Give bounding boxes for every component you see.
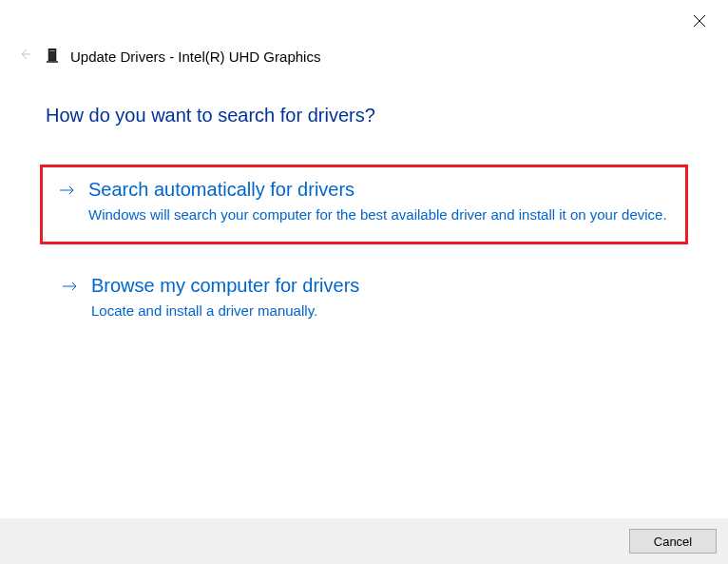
device-icon bbox=[46, 49, 61, 64]
close-icon bbox=[694, 15, 705, 27]
svg-rect-4 bbox=[47, 61, 58, 63]
page-heading: How do you want to search for drivers? bbox=[46, 105, 682, 126]
option-body: Search automatically for drivers Windows… bbox=[88, 179, 668, 224]
back-arrow-icon bbox=[18, 48, 31, 61]
footer: Cancel bbox=[0, 518, 728, 564]
option-title: Search automatically for drivers bbox=[88, 179, 668, 201]
content-area: How do you want to search for drivers? S… bbox=[46, 105, 682, 357]
option-body: Browse my computer for drivers Locate an… bbox=[91, 275, 665, 321]
header: Update Drivers - Intel(R) UHD Graphics bbox=[17, 48, 320, 65]
option-title: Browse my computer for drivers bbox=[91, 275, 665, 297]
cancel-button[interactable]: Cancel bbox=[629, 529, 717, 554]
option-search-automatically[interactable]: Search automatically for drivers Windows… bbox=[40, 165, 688, 244]
arrow-right-icon bbox=[63, 279, 78, 296]
back-button[interactable] bbox=[17, 48, 32, 65]
option-browse-computer[interactable]: Browse my computer for drivers Locate an… bbox=[46, 263, 682, 338]
option-description: Windows will search your computer for th… bbox=[88, 204, 668, 224]
svg-rect-3 bbox=[48, 49, 56, 61]
option-description: Locate and install a driver manually. bbox=[91, 301, 665, 321]
title-group: Update Drivers - Intel(R) UHD Graphics bbox=[46, 49, 320, 65]
options-list: Search automatically for drivers Windows… bbox=[46, 165, 682, 338]
close-button[interactable] bbox=[690, 11, 709, 30]
arrow-right-icon bbox=[60, 183, 75, 200]
window-title: Update Drivers - Intel(R) UHD Graphics bbox=[70, 49, 320, 65]
svg-rect-5 bbox=[50, 50, 55, 51]
